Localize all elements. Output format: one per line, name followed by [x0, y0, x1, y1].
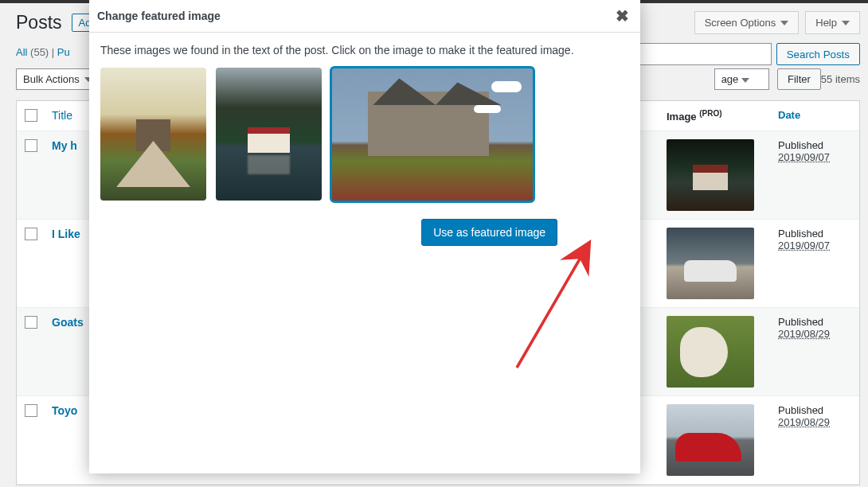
annotation-arrow-icon	[507, 231, 603, 374]
modal-body: These images we found in the text of the…	[89, 33, 640, 246]
use-as-featured-button[interactable]: Use as featured image	[421, 219, 557, 246]
image-option-2[interactable]	[216, 68, 322, 201]
cloud-shape	[491, 81, 522, 92]
image-options-row	[100, 68, 629, 201]
image-option-1[interactable]	[100, 68, 206, 201]
close-icon[interactable]: ✖	[616, 8, 629, 24]
svg-line-0	[517, 247, 587, 368]
modal-title: Change featured image	[97, 10, 221, 22]
modal-description: These images we found in the text of the…	[100, 44, 629, 56]
featured-image-modal: Change featured image ✖ These images we …	[89, 0, 640, 473]
image-option-3[interactable]	[331, 68, 534, 201]
modal-header: Change featured image ✖	[89, 0, 640, 33]
modal-actions: Use as featured image	[100, 201, 629, 246]
